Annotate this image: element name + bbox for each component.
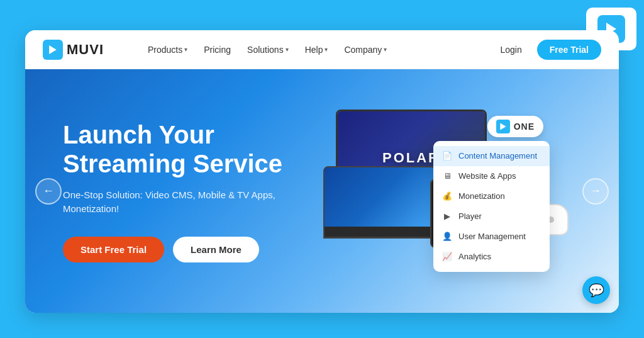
learn-more-button[interactable]: Learn More xyxy=(173,237,259,262)
carousel-prev-button[interactable]: ← xyxy=(35,178,62,205)
dropdown-item-content-management[interactable]: 📄 Content Management xyxy=(433,146,550,166)
one-badge-icon xyxy=(496,120,510,133)
nav-link-pricing[interactable]: Pricing xyxy=(197,41,237,59)
nav-link-company[interactable]: Company ▾ xyxy=(338,41,393,59)
hero-title: Launch Your Streaming Service xyxy=(63,120,302,178)
carousel-next-button[interactable]: → xyxy=(582,178,609,205)
start-free-trial-button[interactable]: Start Free Trial xyxy=(63,237,164,262)
nav-link-solutions[interactable]: Solutions ▾ xyxy=(241,41,295,59)
laptop-base xyxy=(323,236,436,239)
main-card: MUVI Products ▾ Pricing Solutions ▾ Help… xyxy=(25,30,619,313)
hero-visual: POLAR xyxy=(317,103,581,279)
dropdown-item-monetization[interactable]: 💰 Monetization xyxy=(433,186,550,206)
user-management-icon: 👤 xyxy=(442,232,452,242)
dropdown-menu: 📄 Content Management 🖥 Website & Apps 💰 … xyxy=(433,141,550,272)
nav-logo-text: MUVI xyxy=(67,42,104,58)
navbar: MUVI Products ▾ Pricing Solutions ▾ Help… xyxy=(25,30,619,69)
free-trial-nav-button[interactable]: Free Trial xyxy=(537,40,601,60)
svg-marker-1 xyxy=(49,45,57,54)
one-badge-text: ONE xyxy=(514,121,535,132)
website-apps-icon: 🖥 xyxy=(442,171,452,181)
chat-icon: 💬 xyxy=(589,283,604,298)
help-dropdown-arrow: ▾ xyxy=(325,46,328,53)
nav-actions: Login Free Trial xyxy=(494,40,601,60)
solutions-dropdown-arrow: ▾ xyxy=(286,46,289,53)
analytics-icon: 📈 xyxy=(442,252,452,262)
player-icon: ▶ xyxy=(442,211,452,222)
nav-link-help[interactable]: Help ▾ xyxy=(299,41,335,59)
hero-content: Launch Your Streaming Service One-Stop S… xyxy=(25,95,340,288)
laptop-screen xyxy=(325,167,435,227)
nav-links: Products ▾ Pricing Solutions ▾ Help ▾ Co… xyxy=(142,41,494,59)
nav-muvi-icon xyxy=(47,44,58,55)
dropdown-item-website-apps[interactable]: 🖥 Website & Apps xyxy=(433,166,550,186)
monetization-icon: 💰 xyxy=(442,191,452,201)
hero-subtitle: One-Stop Solution: Video CMS, Mobile & T… xyxy=(63,188,302,217)
dropdown-item-user-management[interactable]: 👤 User Management xyxy=(433,227,550,247)
nav-link-products[interactable]: Products ▾ xyxy=(142,41,194,59)
company-dropdown-arrow: ▾ xyxy=(384,46,387,53)
one-badge-logo-icon xyxy=(499,122,508,131)
dropdown-item-analytics[interactable]: 📈 Analytics xyxy=(433,247,550,267)
products-dropdown-arrow: ▾ xyxy=(184,46,187,53)
hero-section: ← Launch Your Streaming Service One-Stop… xyxy=(25,69,619,313)
tv-screen-text: POLAR xyxy=(382,150,440,166)
svg-marker-2 xyxy=(500,123,506,130)
content-management-icon: 📄 xyxy=(442,151,452,161)
nav-logo-icon xyxy=(43,40,63,60)
login-button[interactable]: Login xyxy=(494,41,528,59)
device-laptop xyxy=(323,166,436,239)
one-badge: ONE xyxy=(487,116,543,137)
chat-widget-button[interactable]: 💬 xyxy=(582,276,610,304)
nav-logo[interactable]: MUVI xyxy=(43,40,104,60)
dropdown-item-player[interactable]: ▶ Player xyxy=(433,206,550,227)
hero-buttons: Start Free Trial Learn More xyxy=(63,237,302,262)
